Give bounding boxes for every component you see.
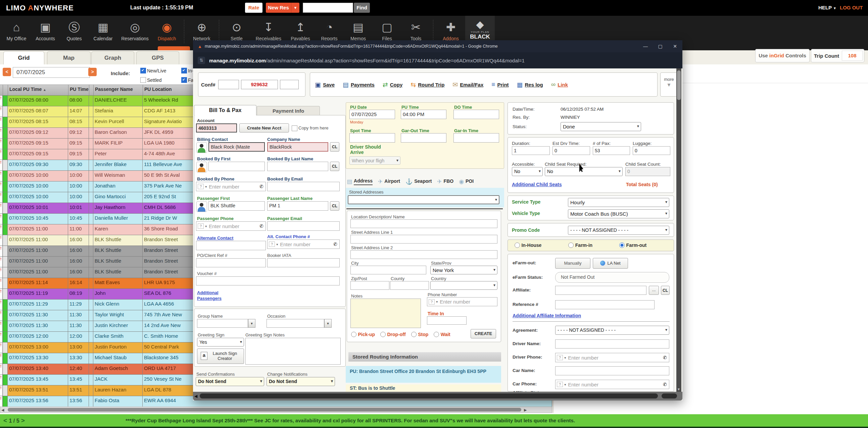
round-trip-button[interactable]: ⇆Round Trip (410, 81, 444, 89)
efarm-lanet-button[interactable]: LA Net (593, 258, 628, 269)
nav-item-memos[interactable]: ▤Memos (344, 16, 373, 41)
site-settings-icon[interactable]: ⇅ (198, 57, 205, 64)
include-checkbox-settled[interactable] (140, 77, 146, 83)
tab-map[interactable]: Map (47, 51, 91, 64)
prev-date-button[interactable]: < (3, 68, 11, 76)
alternate-contact-label[interactable]: Alternate Contact (197, 235, 233, 240)
passenger-first-input[interactable]: BLK Shuttle (209, 201, 265, 211)
additional-passengers-link[interactable]: Additional Passengers (197, 290, 234, 301)
rate-button[interactable]: Rate (245, 3, 262, 13)
farm-radio-farm-in[interactable]: Farm-in (568, 242, 592, 248)
create-stop-button[interactable]: CREATE (471, 329, 496, 338)
scrollbar-thumb[interactable] (200, 393, 658, 398)
maximize-button[interactable]: ▢ (653, 43, 668, 49)
promo-code-select[interactable]: - - - - NOT ASSIGNED - - - - (568, 226, 669, 235)
affiliate-clear-button[interactable]: CL (661, 286, 670, 295)
nav-item-files[interactable]: ▢Files (373, 16, 401, 41)
next-date-button[interactable]: > (88, 68, 97, 76)
launch-sign-creator-button[interactable]: aLaunch Sign Creator (197, 349, 244, 364)
pager-prev-icon[interactable]: < (3, 417, 7, 424)
address-tab-airport[interactable]: ✈Airport (378, 178, 400, 185)
help-menu[interactable]: HELP ▼ (818, 5, 836, 10)
scroll-left-icon[interactable]: ◀ (194, 394, 197, 398)
include-checkbox-farm[interactable] (181, 77, 187, 83)
booked-by-email-input[interactable] (267, 182, 340, 191)
notes-textarea[interactable] (350, 299, 421, 328)
pager-next-icon[interactable]: > (21, 417, 25, 424)
nav-item-reservations[interactable]: ◎Reservations (118, 16, 152, 41)
more-button[interactable]: more ▼ (660, 72, 678, 97)
street1-input[interactable] (350, 235, 497, 243)
zip-input[interactable] (350, 281, 390, 290)
tab-gps[interactable]: GPS (136, 51, 179, 64)
nav-item-quotes[interactable]: ⓈQuotes (60, 16, 89, 41)
affiliate-browse-button[interactable]: ... (649, 286, 659, 295)
account-input[interactable]: 4603313 (196, 124, 237, 132)
car-name-input[interactable] (555, 366, 669, 375)
chevron-down-icon[interactable]: ▾ (564, 356, 566, 360)
routing-stop-entry[interactable]: ST: Bus is to Shuttle (346, 385, 501, 392)
routing-pickup-entry[interactable]: PU: Brandon Street Office 20 Brandon St … (346, 366, 501, 383)
state-select[interactable]: New York (430, 266, 497, 274)
county-input[interactable] (390, 281, 429, 290)
grid-pager[interactable]: < 1 / 5 > (0, 417, 25, 424)
scroll-left-icon[interactable]: ◀ (1, 408, 4, 412)
address-tab-fbo[interactable]: ✈FBO (437, 178, 454, 185)
nav-item-network[interactable]: ⊕Network (187, 16, 216, 41)
billing-contact-avatar-icon[interactable] (196, 142, 207, 153)
chevron-down-icon[interactable]: ▾ (436, 300, 438, 303)
driver-should-arrive-select[interactable]: When your fligh (349, 156, 400, 165)
conf-number-input[interactable]: 929632 (241, 80, 278, 89)
scrollbar-end[interactable] (661, 393, 677, 398)
status-select[interactable]: Done (561, 122, 641, 131)
stop-type-radio-pick-up[interactable]: Pick-up (351, 331, 375, 337)
header-local-pu-time[interactable]: Local PU Time ▲ (8, 85, 68, 95)
farm-radio-farm-out[interactable]: Farm-out (619, 242, 647, 248)
link-button[interactable]: ∞Link (551, 81, 568, 88)
print-button[interactable]: ≡Print (491, 81, 508, 88)
date-input[interactable]: 07/07/2025 (13, 67, 90, 78)
email-fax-button[interactable]: ✉Email/Fax (453, 81, 483, 89)
city-input[interactable] (350, 266, 426, 274)
accessible-select[interactable]: No (512, 167, 543, 176)
booked-by-last-input[interactable] (267, 162, 328, 171)
stop-type-radio-drop-off[interactable]: Drop-off (380, 331, 406, 337)
time-in-input[interactable] (427, 316, 467, 325)
find-button[interactable]: Find (354, 3, 370, 13)
passenger-last-input[interactable]: PM 1 (267, 201, 328, 211)
po-client-ref-input[interactable] (196, 258, 266, 267)
duration-input[interactable]: 1 (512, 146, 550, 155)
billing-contact-input[interactable]: Black Rock (Maste (209, 142, 265, 152)
logout-button[interactable]: LOG OUT (840, 5, 863, 10)
car-phone-input[interactable]: ?▾ Enter number ✆ (555, 380, 669, 389)
modal-horizontal-scrollbar[interactable]: ◀ (193, 392, 682, 400)
company-clear-button[interactable]: CL (330, 142, 339, 152)
nav-item-accounts[interactable]: ▣Accounts (31, 16, 60, 41)
chevron-down-icon[interactable]: ▾ (564, 383, 566, 386)
group-name-dropdown-icon[interactable]: ▾ (248, 319, 255, 328)
nav-item-my-office[interactable]: ⌂My Office (2, 16, 31, 41)
stored-addresses-select[interactable] (348, 195, 499, 204)
group-name-input[interactable] (197, 319, 248, 328)
chevron-down-icon[interactable]: ▾ (205, 224, 207, 228)
booker-iata-input[interactable] (267, 258, 340, 267)
pu-date-input[interactable]: 07/07/2025 (349, 110, 395, 119)
scrollbar-thumb[interactable] (677, 70, 681, 100)
modal-vertical-scrollbar[interactable]: ▼ (676, 68, 681, 392)
scroll-right-icon[interactable]: ▶ (524, 408, 527, 412)
est-drv-time-input[interactable]: 0 (553, 146, 590, 155)
res-log-button[interactable]: ▦Res log (517, 81, 543, 89)
find-input[interactable] (303, 3, 353, 13)
chevron-down-icon[interactable]: ▾ (205, 185, 207, 189)
additional-affiliate-info-link[interactable]: Additional Affiliate Information (513, 313, 581, 318)
use-ingrid-controls-button[interactable]: Use inGrid Controls (755, 49, 810, 62)
scroll-down-icon[interactable]: ▼ (677, 387, 680, 391)
browser-url-bar[interactable]: ⇅ manage.mylimobiz.com/admin/manageResMo… (193, 52, 682, 68)
vehicle-type-select[interactable]: Motor Coach Bus (BUSC) (568, 209, 669, 218)
address-tab-poi[interactable]: ◉POI (459, 178, 474, 185)
country-select[interactable] (430, 281, 497, 290)
occasion-input[interactable] (267, 319, 324, 328)
tab-graph[interactable]: Graph (91, 51, 134, 64)
grid-horizontal-scrollbar[interactable]: ◀ ▶ (0, 406, 552, 413)
address-tab-address[interactable]: ▤Address (347, 178, 373, 185)
